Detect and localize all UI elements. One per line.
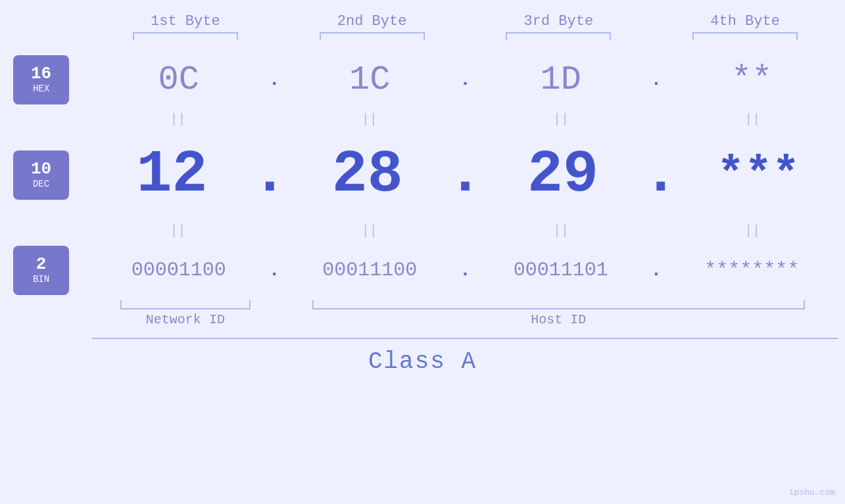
bin-byte2-cell: 00011100 [283,259,456,281]
hex-byte4-cell: ** [665,60,838,99]
dec-byte1-cell: 12 [92,141,252,208]
eq2-b1: || [170,223,186,239]
eq2-b3: || [553,223,569,239]
hex-dot2: . [460,70,471,90]
bin-dot3: . [651,260,662,281]
dec-byte4-value: *** [717,149,800,201]
hex-byte4-value: ** [731,60,772,99]
dec-byte4-cell: *** [679,149,838,201]
hex-values-row: 0C . 1C . 1D . ** [92,60,838,99]
dec-badge-col: 10 DEC [7,150,92,200]
eq1-b2: || [362,112,377,127]
byte2-top-bracket [320,32,425,40]
spacer5 [7,300,92,327]
dec-byte3-value: 29 [527,141,598,208]
network-bracket-line [120,300,251,309]
dec-badge: 10 DEC [13,150,69,200]
host-bracket-line [312,300,805,309]
bin-badge: 2 BIN [13,246,69,295]
dec-byte3-cell: 29 [483,141,643,208]
spacer [7,13,92,30]
hex-byte1-value: 0C [158,60,199,99]
byte1-header: 1st Byte [92,13,279,30]
eq2-b4: || [744,223,760,239]
dec-dot1: . [252,141,287,208]
hex-badge-col: 16 HEX [7,55,92,104]
id-labels-row: Network ID Host ID [92,312,838,327]
byte3-top-bracket [506,32,611,40]
spacer2 [7,32,92,40]
byte3-header: 3rd Byte [466,13,652,30]
hex-badge: 16 HEX [13,55,69,104]
dec-dot2: . [447,141,483,208]
hex-byte1-cell: 0C [92,60,266,99]
byte4-top-bracket [692,32,798,40]
hex-byte3-cell: 1D [474,60,648,99]
bottom-brackets [92,300,838,309]
hex-dot3: . [651,70,662,90]
bin-values-row: 00001100 . 00011100 . 00011101 . *******… [92,259,838,281]
byte4-header: 4th Byte [652,13,838,30]
network-bracket-container [92,300,279,309]
bin-dot1: . [269,260,280,281]
eq1-b1: || [170,112,186,127]
hex-dot1: . [269,70,280,90]
dec-row: 10 DEC 12 . 28 . 29 . *** [7,132,838,218]
dec-dot3: . [643,141,679,208]
hex-byte3-value: 1D [541,60,581,99]
eq-row-1: || || || || [7,106,838,132]
hex-row: 16 HEX 0C . 1C . 1D . ** [7,53,838,106]
host-id-label: Host ID [279,312,838,327]
host-bracket-container [279,300,838,309]
bin-byte1-cell: 00001100 [92,259,266,281]
dec-values-row: 12 . 28 . 29 . *** [92,141,838,208]
byte1-top-bracket [133,32,238,40]
bin-byte2-value: 00011100 [322,259,417,281]
byte2-header: 2nd Byte [279,13,466,30]
dec-byte2-value: 28 [332,141,403,208]
class-section: Class A [7,338,838,375]
eq2-values-row: || || || || [92,223,838,239]
eq1-b3: || [553,112,569,127]
main-container: 1st Byte 2nd Byte 3rd Byte 4th Byte 16 H… [0,0,845,504]
eq1-values-row: || || || || [92,112,838,127]
bin-byte4-value: ******** [704,259,799,281]
bin-dot2: . [460,260,471,281]
class-label: Class A [368,348,477,375]
dec-byte2-cell: 28 [287,141,447,208]
hex-byte2-value: 1C [349,60,390,99]
class-divider [92,338,838,339]
watermark: ipshu.com [789,488,835,497]
eq2-b2: || [362,223,377,239]
eq1-b4: || [744,112,760,127]
eq-row-2: || || || || [7,218,838,244]
bin-badge-col: 2 BIN [7,246,92,295]
bin-byte1-value: 00001100 [132,259,226,281]
bin-row: 2 BIN 00001100 . 00011100 . 00011101 . *… [7,244,838,296]
network-id-label: Network ID [92,312,279,327]
hex-byte2-cell: 1C [283,60,456,99]
bottom-section: Network ID Host ID [7,300,838,327]
dec-byte1-value: 12 [137,141,208,208]
bin-byte4-cell: ******** [665,259,838,281]
bottom-content: Network ID Host ID [92,300,838,327]
bin-byte3-cell: 00011101 [474,259,648,281]
bin-byte3-value: 00011101 [514,259,608,281]
